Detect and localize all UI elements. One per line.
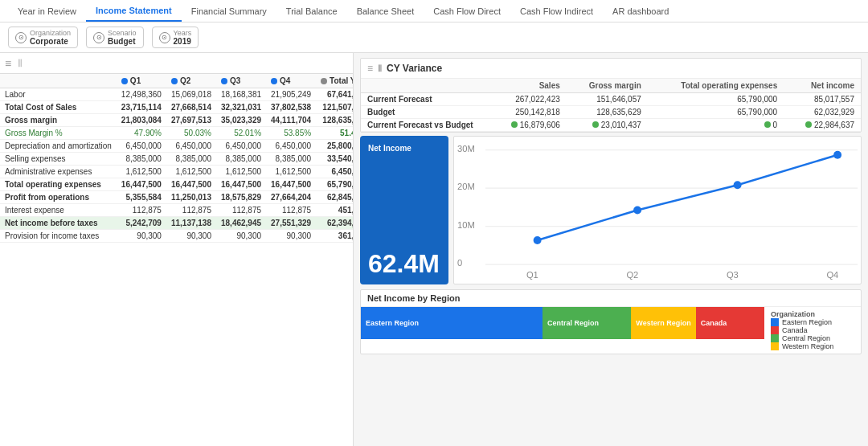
row-q2: 6,450,000 [166, 140, 216, 153]
row-label: Depreciation and amortization [0, 140, 117, 153]
dot-gross [592, 121, 599, 128]
years-filter-label: Years [174, 29, 192, 37]
nav-cash-flow-direct[interactable]: Cash Flow Direct [424, 2, 510, 21]
cy-col-sales: Sales [489, 79, 567, 93]
row-label: Gross margin [0, 114, 117, 127]
row-total: 6,450,000 [316, 166, 354, 178]
row-q4: 27,664,204 [266, 191, 316, 204]
col-icon-cy: ⦀ [378, 63, 382, 74]
row-total: 451,500 [316, 204, 354, 217]
nav-ar-dashboard[interactable]: AR dashboard [603, 2, 678, 21]
nav-financial-summary[interactable]: Financial Summary [182, 2, 276, 21]
top-navigation: Year in Review Income Statement Financia… [0, 0, 868, 23]
region-section: Net Income by Region Eastern RegionCentr… [360, 289, 862, 354]
cy-col-net: Net income [784, 79, 861, 93]
region-title: Net Income by Region [361, 290, 861, 307]
row-q3: 1,612,500 [216, 166, 266, 178]
row-q3: 6,450,000 [216, 140, 266, 153]
legend-item: Western Region [771, 342, 854, 350]
cy-opex: 0 [648, 119, 784, 132]
org-filter-label: Organization [30, 29, 71, 37]
col-q2: Q2 [166, 74, 216, 88]
row-label: Labor [0, 88, 117, 101]
region-bar: Central Region [542, 307, 631, 339]
nav-trial-balance[interactable]: Trial Balance [276, 2, 347, 21]
row-q4: 90,300 [266, 230, 316, 243]
scenario-filter[interactable]: ⊙ Scenario Budget [86, 27, 144, 48]
region-bottom: Eastern RegionCentral RegionWestern Regi… [361, 307, 861, 354]
col-total: Total Year [316, 74, 354, 88]
net-income-chart: 30M 20M 10M 0 Q1 [453, 136, 862, 284]
region-legend-container: Organization Eastern RegionCanadaCentral… [764, 307, 861, 354]
row-total: 121,507,197 [316, 101, 354, 114]
row-label: Profit from operations [0, 191, 117, 204]
legend-item: Canada [771, 326, 854, 334]
svg-text:Q4: Q4 [826, 270, 838, 280]
scenario-filter-label: Scenario [108, 29, 137, 37]
row-label: Net income before taxes [0, 217, 117, 230]
row-total: 33,540,000 [316, 153, 354, 166]
filters-row: ⊙ Organization Corporate ⊙ Scenario Budg… [0, 23, 868, 53]
cy-table-row: Current Forecast 267,022,423 151,646,057… [361, 93, 861, 106]
nav-income-statement[interactable]: Income Statement [86, 1, 182, 22]
svg-text:Q2: Q2 [626, 270, 638, 280]
row-label: Gross Margin % [0, 127, 117, 140]
cy-variance-title: ≡ ⦀ CY Variance [361, 59, 861, 79]
row-q2: 1,612,500 [166, 166, 216, 178]
table-row: Selling expenses 8,385,000 8,385,000 8,3… [0, 153, 354, 166]
row-q2: 112,875 [166, 204, 216, 217]
cy-row-label: Budget [361, 106, 489, 119]
cy-sales: 250,142,818 [489, 106, 567, 119]
row-total: 67,641,007 [316, 88, 354, 101]
years-filter[interactable]: ⊙ Years 2019 [152, 27, 199, 48]
region-legend-title: Organization [771, 310, 854, 318]
table-row: Profit from operations 5,355,584 11,250,… [0, 191, 354, 204]
dot-opex [764, 121, 771, 128]
row-label: Total Cost of Sales [0, 101, 117, 114]
cy-net: 85,017,557 [784, 93, 861, 106]
legend-label: Western Region [782, 342, 833, 350]
nav-year-in-review[interactable]: Year in Review [8, 2, 86, 21]
row-q1: 8,385,000 [117, 153, 166, 166]
row-q4: 8,385,000 [266, 153, 316, 166]
org-filter[interactable]: ⊙ Organization Corporate [8, 27, 78, 48]
row-label: Selling expenses [0, 153, 117, 166]
row-q1: 5,355,584 [117, 191, 166, 204]
row-label: Provision for income taxes [0, 230, 117, 243]
svg-text:20M: 20M [457, 182, 475, 191]
legend-label: Central Region [782, 334, 830, 342]
row-q2: 50.03% [166, 127, 216, 140]
table-row: Depreciation and amortization 6,450,000 … [0, 140, 354, 153]
row-q3: 90,300 [216, 230, 266, 243]
drag-handle-cy: ≡ [367, 63, 373, 74]
svg-text:30M: 30M [457, 144, 475, 153]
cy-opex: 65,790,000 [648, 93, 784, 106]
row-q4: 16,447,500 [266, 178, 316, 191]
q3-dot [221, 78, 227, 84]
years-filter-value: 2019 [174, 37, 191, 46]
row-q3: 35,023,329 [216, 114, 266, 127]
cy-sales: 16,879,606 [489, 119, 567, 132]
legend-dot [771, 334, 779, 342]
cy-net: 62,032,929 [784, 106, 861, 119]
cy-variance-section: ≡ ⦀ CY Variance Sales Gross margin Total… [360, 58, 862, 133]
dot-sales [511, 121, 518, 128]
row-q3: 18,168,381 [216, 88, 266, 101]
row-q3: 8,385,000 [216, 153, 266, 166]
col-q1: Q1 [117, 74, 166, 88]
net-income-value: 62.4M [368, 251, 440, 276]
table-row: Interest expense 112,875 112,875 112,875… [0, 204, 354, 217]
table-row: Total operating expenses 16,447,500 16,4… [0, 178, 354, 191]
row-total: 65,790,000 [316, 178, 354, 191]
total-dot [321, 78, 327, 84]
svg-text:Q3: Q3 [727, 270, 739, 280]
table-row: Gross Margin % 47.90% 50.03% 52.01% 53.8… [0, 127, 354, 140]
drag-handle-icon: ≡ [5, 57, 11, 70]
nav-cash-flow-indirect[interactable]: Cash Flow Indirect [510, 2, 603, 21]
years-icon: ⊙ [159, 32, 170, 43]
row-q1: 5,242,709 [117, 217, 166, 230]
row-q4: 6,450,000 [266, 140, 316, 153]
legend-dot [771, 326, 779, 334]
row-q4: 1,612,500 [266, 166, 316, 178]
nav-balance-sheet[interactable]: Balance Sheet [347, 2, 424, 21]
